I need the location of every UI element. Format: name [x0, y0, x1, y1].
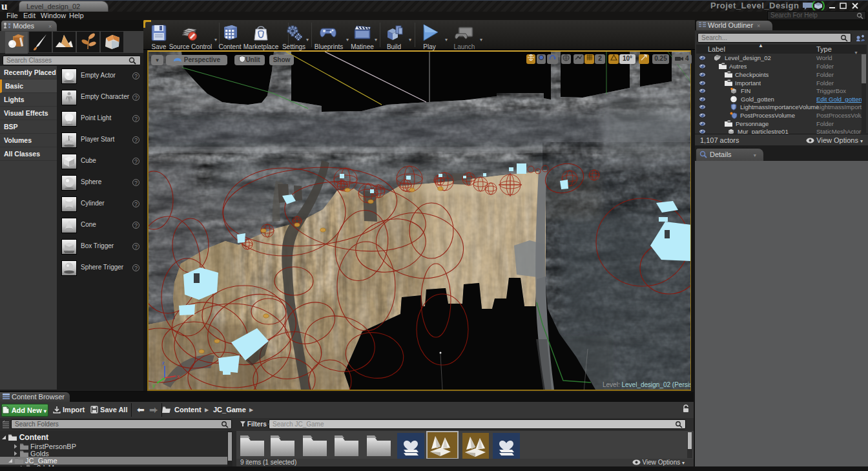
svg-text:y: y — [152, 382, 155, 388]
svg-text:x: x — [177, 373, 180, 379]
svg-text:Level: Level_design_02 (Persi: Level: Level_design_02 (Persistent) — [603, 381, 690, 388]
svg-text:z: z — [162, 360, 165, 366]
